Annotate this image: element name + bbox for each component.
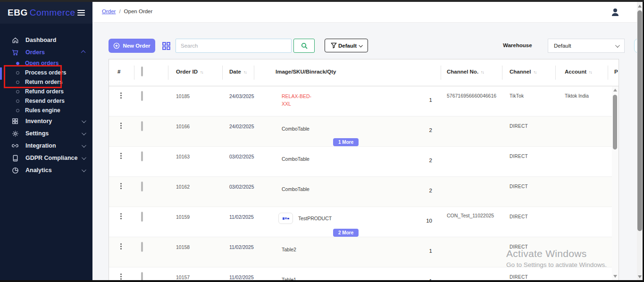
sidebar-item-process-orders[interactable]: Process orders <box>0 68 92 77</box>
scrollbar-thumb[interactable] <box>637 10 642 231</box>
sidebar-item-open-orders[interactable]: Open orders <box>0 58 92 68</box>
sidebar-item-rules-engine[interactable]: Rules engine <box>0 106 92 115</box>
hamburger-menu-icon[interactable] <box>77 10 85 16</box>
chevron-up-icon <box>81 50 86 55</box>
row-checkbox[interactable] <box>141 91 143 101</box>
col-index: # <box>117 69 120 75</box>
new-order-button[interactable]: New Order <box>109 39 155 53</box>
filter-default-button[interactable]: Default <box>325 39 368 52</box>
row-menu-icon[interactable] <box>118 273 123 281</box>
breadcrumb: Order / Open Order <box>102 8 152 14</box>
table-row: 10163 03/02/2025 ComboTable 2 DIRECT <box>109 147 612 177</box>
warehouse-label: Warehouse <box>503 42 532 48</box>
order-date: 11/02/2025 <box>229 274 254 280</box>
scroll-up-arrow-icon[interactable] <box>638 5 642 8</box>
search-input[interactable] <box>176 39 292 53</box>
sidebar-item-label: Open orders <box>25 60 59 66</box>
warehouse-select[interactable]: Default <box>548 39 625 53</box>
order-qty: 2 <box>411 127 432 133</box>
channel: DIRECT <box>510 124 528 129</box>
home-icon <box>11 36 19 44</box>
sort-icon[interactable]: ↑↓ <box>481 70 484 75</box>
sidebar-item-gdpr-compliance[interactable]: GDPR Compliance <box>0 152 92 164</box>
col-p-clipped: P <box>614 69 618 75</box>
chevron-down-icon <box>615 43 620 48</box>
table-scrollbar[interactable] <box>612 86 619 280</box>
channel: DIRECT <box>510 184 528 189</box>
active-indicator <box>0 67 2 80</box>
channel-no: 576716956660046616 <box>447 93 496 99</box>
sidebar-item-analytics[interactable]: Analytics <box>0 164 92 176</box>
sidebar-item-inventory[interactable]: Inventory <box>0 115 92 127</box>
search-icon <box>301 42 308 50</box>
row-menu-icon[interactable] <box>118 91 123 101</box>
row-checkbox[interactable] <box>141 182 143 191</box>
col-account[interactable]: Account↑↓ <box>565 69 592 75</box>
sidebar-item-refund-orders[interactable]: Refund orders <box>0 87 92 96</box>
funnel-icon <box>331 42 337 49</box>
order-id: 10185 <box>176 93 190 99</box>
more-items-badge[interactable]: 2 More <box>333 229 359 237</box>
order-qty: 1 <box>411 248 432 254</box>
order-id: 10166 <box>176 124 190 129</box>
sidebar-item-label: Dashboard <box>25 37 56 43</box>
user-profile-icon[interactable] <box>610 7 621 18</box>
col-channel-no[interactable]: Channel No.↑↓ <box>447 69 484 75</box>
row-checkbox[interactable] <box>141 272 143 281</box>
filter-label: Default <box>338 43 357 49</box>
sidebar-item-label: Resend orders <box>25 98 65 104</box>
row-checkbox[interactable] <box>141 242 143 252</box>
row-menu-icon[interactable] <box>118 242 123 252</box>
sidebar-item-resend-orders[interactable]: Resend orders <box>0 96 92 106</box>
table-row: 10159 11/02/2025 TestPRODUCT 10 CON_Test… <box>109 207 612 237</box>
channel-no: CON_Test_11022025 <box>447 213 494 218</box>
sort-icon[interactable]: ↑↓ <box>200 70 203 75</box>
sidebar-item-orders[interactable]: Orders <box>0 46 92 58</box>
row-checkbox[interactable] <box>141 121 143 131</box>
row-checkbox[interactable] <box>141 212 143 222</box>
row-menu-icon[interactable] <box>118 122 123 131</box>
table-row: 10157 11/02/2025 Table1 1 DIRECT <box>109 267 612 281</box>
col-date[interactable]: Date↑↓ <box>229 69 246 75</box>
scrollbar-thumb[interactable] <box>613 95 617 149</box>
cart-icon <box>11 49 19 56</box>
order-sku: ComboTable <box>282 156 309 162</box>
col-order-id[interactable]: Order ID↑↓ <box>176 69 203 75</box>
account: Tiktok India <box>565 93 589 99</box>
scroll-down-arrow-icon[interactable] <box>638 275 642 278</box>
order-date: 24/02/2025 <box>229 124 254 129</box>
bullet-icon <box>16 90 19 93</box>
scroll-down-arrow-icon[interactable] <box>613 275 617 278</box>
sidebar-item-return-orders[interactable]: Return orders <box>0 77 92 87</box>
brand-logo: EBG Commerce <box>0 2 92 24</box>
order-id: 10157 <box>176 274 190 280</box>
page-scrollbar[interactable] <box>637 2 643 280</box>
order-date: 03/02/2025 <box>229 154 254 159</box>
sidebar-item-settings[interactable]: Settings <box>0 127 92 140</box>
sidebar-item-integration[interactable]: Integration <box>0 140 92 152</box>
product-thumbnail[interactable] <box>278 213 293 224</box>
search-button[interactable] <box>293 39 315 53</box>
sort-icon[interactable]: ↑↓ <box>589 70 592 75</box>
chevron-down-icon <box>82 118 86 123</box>
sidebar-item-dashboard[interactable]: Dashboard <box>0 34 92 46</box>
row-menu-icon[interactable] <box>118 182 123 191</box>
order-sku: TestPRODUCT <box>298 216 332 221</box>
sidebar-item-label: Inventory <box>25 118 52 124</box>
chevron-down-icon <box>82 155 86 160</box>
scroll-up-arrow-icon[interactable] <box>613 89 617 91</box>
select-all-checkbox[interactable] <box>141 66 143 76</box>
row-menu-icon[interactable] <box>118 152 123 161</box>
bullet-icon <box>16 81 19 84</box>
order-sku-with-image: TestPRODUCT <box>278 213 332 224</box>
breadcrumb-order-link[interactable]: Order <box>102 8 116 14</box>
sort-icon[interactable]: ↑↓ <box>533 70 536 75</box>
row-checkbox[interactable] <box>141 151 143 161</box>
more-items-badge[interactable]: 1 More <box>333 138 359 146</box>
breadcrumb-current: Open Order <box>124 8 153 14</box>
row-menu-icon[interactable] <box>118 212 123 222</box>
grid-view-icon[interactable] <box>162 41 171 50</box>
sort-icon[interactable]: ↑↓ <box>243 70 247 75</box>
sidebar-item-label: Rules engine <box>25 107 60 114</box>
col-channel[interactable]: Channel↑↓ <box>510 69 536 75</box>
